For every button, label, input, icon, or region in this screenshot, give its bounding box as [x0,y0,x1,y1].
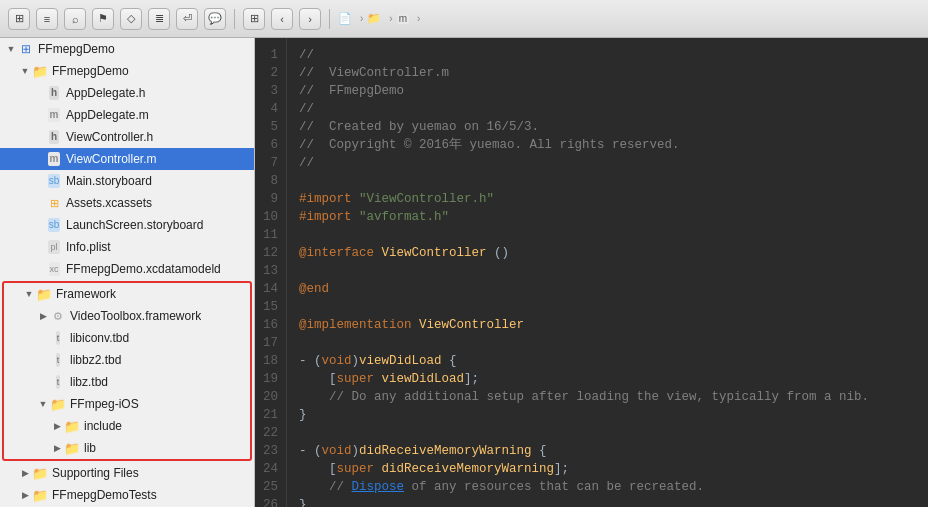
line-num-23: 23 [263,442,278,460]
tree-icon-ffmepg-group: 📁 [32,63,48,79]
tree-label-ffmepgdemo-tests: FFmepgDemoTests [52,488,157,502]
tree-label-viewcontroller-m: ViewController.m [66,152,156,166]
tree-arrow-lib[interactable] [50,441,64,455]
code-line-17 [299,334,928,352]
code-line-1: // [299,46,928,64]
tree-item-ffmpeg-ios[interactable]: 📁FFmpeg-iOS [4,393,250,415]
code-line-25: // Dispose of any resources that can be … [299,478,928,496]
comment-btn[interactable]: 💬 [204,8,226,30]
search-btn[interactable]: ⌕ [64,8,86,30]
code-line-11 [299,226,928,244]
line-num-22: 22 [263,424,278,442]
code-line-8 [299,172,928,190]
code-line-15 [299,298,928,316]
nav-back-btn[interactable]: ‹ [271,8,293,30]
code-line-18: - (void)viewDidLoad { [299,352,928,370]
tree-label-lib: lib [84,441,96,455]
line-num-17: 17 [263,334,278,352]
tree-arrow-supporting-files[interactable] [18,466,32,480]
breadcrumb: 📄 › 📁 › m › [338,12,424,25]
code-line-24: [super didReceiveMemoryWarning]; [299,460,928,478]
breadcrumb-sep-1: › [360,13,363,24]
code-line-7: // [299,154,928,172]
code-line-22 [299,424,928,442]
main-content: ⊞FFmepgDemo📁FFmepgDemohAppDelegate.hmApp… [0,38,928,507]
tree-item-videotoolbox-framework[interactable]: ⚙VideoToolbox.framework [4,305,250,327]
tree-item-ffmepgdemo-xcdatamodeld[interactable]: xcFFmepgDemo.xcdatamodeld [0,258,254,280]
tree-label-libz-tbd: libz.tbd [70,375,108,389]
sep1 [234,9,235,29]
line-num-2: 2 [263,64,278,82]
tree-item-ffmepg-group[interactable]: 📁FFmepgDemo [0,60,254,82]
line-num-11: 11 [263,226,278,244]
tree-label-appdelegate-m: AppDelegate.m [66,108,149,122]
tree-item-libbz2-tbd[interactable]: tlibbz2.tbd [4,349,250,371]
tree-label-assets-xcassets: Assets.xcassets [66,196,152,210]
line-num-15: 15 [263,298,278,316]
breadcrumb-file-icon: 📄 [338,12,352,25]
line-num-7: 7 [263,154,278,172]
line-num-6: 6 [263,136,278,154]
tree-item-info-plist[interactable]: plInfo.plist [0,236,254,258]
line-num-24: 24 [263,460,278,478]
breadcrumb-m-icon: m [397,13,409,24]
tree-arrow-ffmepgdemo-tests[interactable] [18,488,32,502]
tree-icon-root-proj: ⊞ [18,41,34,57]
tree-icon-ffmpeg-ios: 📁 [50,396,66,412]
code-line-26: } [299,496,928,507]
warning-btn[interactable]: ⚑ [92,8,114,30]
code-line-4: // [299,100,928,118]
tree-icon-supporting-files: 📁 [32,465,48,481]
tree-icon-lib: 📁 [64,440,80,456]
tree-icon-ffmepgdemo-tests: 📁 [32,487,48,503]
breadcrumb-sep-3: › [417,13,420,24]
tree-item-launchscreen-storyboard[interactable]: sbLaunchScreen.storyboard [0,214,254,236]
tree-item-main-storyboard[interactable]: sbMain.storyboard [0,170,254,192]
tree-item-libiconv-tbd[interactable]: tlibiconv.tbd [4,327,250,349]
editor-toggle-btn[interactable]: ≡ [36,8,58,30]
tree-arrow-root-proj[interactable] [4,42,18,56]
breadcrumb-folder-icon: 📁 [367,12,381,25]
tree-item-appdelegate-h[interactable]: hAppDelegate.h [0,82,254,104]
tree-item-framework[interactable]: 📁Framework [4,283,250,305]
tree-arrow-include[interactable] [50,419,64,433]
tree-item-ffmepgdemo-tests[interactable]: 📁FFmepgDemoTests [0,484,254,506]
tree-item-viewcontroller-h[interactable]: hViewController.h [0,126,254,148]
tree-item-include[interactable]: 📁include [4,415,250,437]
code-line-19: [super viewDidLoad]; [299,370,928,388]
tree-icon-launchscreen-storyboard: sb [46,217,62,233]
tree-item-lib[interactable]: 📁lib [4,437,250,459]
nav-grid-btn[interactable]: ⊞ [243,8,265,30]
line-num-16: 16 [263,316,278,334]
code-line-9: #import "ViewController.h" [299,190,928,208]
nav-fwd-btn[interactable]: › [299,8,321,30]
diamond-btn[interactable]: ◇ [120,8,142,30]
tree-item-viewcontroller-m[interactable]: mViewController.m [0,148,254,170]
tree-icon-appdelegate-h: h [46,85,62,101]
code-line-20: // Do any additional setup after loading… [299,388,928,406]
code-editor[interactable]: 1234567891011121314151617181920212223242… [255,38,928,507]
code-line-12: @interface ViewController () [299,244,928,262]
tree-item-assets-xcassets[interactable]: ⊞Assets.xcassets [0,192,254,214]
tree-arrow-framework[interactable] [22,287,36,301]
code-line-10: #import "avformat.h" [299,208,928,226]
tree-label-libbz2-tbd: libbz2.tbd [70,353,121,367]
tree-item-libz-tbd[interactable]: tlibz.tbd [4,371,250,393]
tree-item-appdelegate-m[interactable]: mAppDelegate.m [0,104,254,126]
tree-label-ffmepgdemo-xcdatamodeld: FFmepgDemo.xcdatamodeld [66,262,221,276]
tree-arrow-ffmepg-group[interactable] [18,64,32,78]
code-line-2: // ViewController.m [299,64,928,82]
code-line-3: // FFmepgDemo [299,82,928,100]
list-btn[interactable]: ≣ [148,8,170,30]
jump-btn[interactable]: ⏎ [176,8,198,30]
tree-icon-videotoolbox-framework: ⚙ [50,308,66,324]
tree-arrow-videotoolbox-framework[interactable] [36,309,50,323]
line-num-13: 13 [263,262,278,280]
tree-item-root-proj[interactable]: ⊞FFmepgDemo [0,38,254,60]
tree-label-framework: Framework [56,287,116,301]
line-num-9: 9 [263,190,278,208]
tree-arrow-ffmpeg-ios[interactable] [36,397,50,411]
sidebar-toggle-btn[interactable]: ⊞ [8,8,30,30]
tree-item-supporting-files[interactable]: 📁Supporting Files [0,462,254,484]
line-num-8: 8 [263,172,278,190]
